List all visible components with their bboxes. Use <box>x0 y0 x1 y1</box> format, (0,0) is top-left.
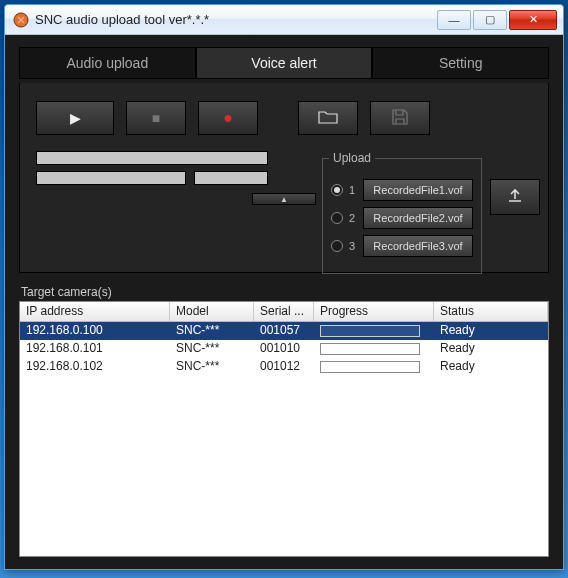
progress-bar-right[interactable] <box>194 171 268 185</box>
record-button[interactable]: ● <box>198 101 258 135</box>
table-row[interactable]: 192.168.0.101 SNC-*** 001010 Ready <box>20 340 548 358</box>
titlebar[interactable]: SNC audio upload tool ver*.*.* — ▢ ✕ <box>5 5 563 35</box>
tab-voice-alert[interactable]: Voice alert <box>196 47 373 79</box>
window-controls: — ▢ ✕ <box>437 10 557 30</box>
cell-serial: 001012 <box>254 358 314 376</box>
col-serial[interactable]: Serial ... <box>254 302 314 321</box>
row-progress-bar <box>320 361 420 373</box>
cell-progress <box>314 322 434 340</box>
upload-slot-1: 1 RecordedFile1.vof <box>331 179 473 201</box>
open-folder-button[interactable] <box>298 101 358 135</box>
tab-audio-upload[interactable]: Audio upload <box>19 47 196 79</box>
save-button[interactable] <box>370 101 430 135</box>
app-window: SNC audio upload tool ver*.*.* — ▢ ✕ Aud… <box>4 4 564 570</box>
client-area: Audio upload Voice alert Setting ▶ ■ ● <box>5 35 563 569</box>
save-icon <box>391 108 409 129</box>
row-progress-bar <box>320 343 420 355</box>
minimize-button[interactable]: — <box>437 10 471 30</box>
upload-radio-2[interactable] <box>331 212 343 224</box>
upload-group: Upload 1 RecordedFile1.vof 2 RecordedFil… <box>322 151 482 274</box>
chevron-up-icon: ▲ <box>280 195 288 204</box>
stop-button[interactable]: ■ <box>126 101 186 135</box>
table-row[interactable]: 192.168.0.100 SNC-*** 001057 Ready <box>20 322 548 340</box>
table-row[interactable]: 192.168.0.102 SNC-*** 001012 Ready <box>20 358 548 376</box>
tab-label: Audio upload <box>66 55 148 71</box>
tab-label: Setting <box>439 55 483 71</box>
upload-slot-2: 2 RecordedFile2.vof <box>331 207 473 229</box>
target-cameras-label: Target camera(s) <box>21 285 549 299</box>
cell-model: SNC-*** <box>170 340 254 358</box>
target-cameras-grid[interactable]: IP address Model Serial ... Progress Sta… <box>19 301 549 557</box>
folder-icon <box>318 109 338 128</box>
upload-num-2: 2 <box>349 212 357 224</box>
upload-slot-3: 3 RecordedFile3.vof <box>331 235 473 257</box>
upload-num-3: 3 <box>349 240 357 252</box>
voice-alert-panel: ▶ ■ ● <box>19 83 549 273</box>
cell-ip: 192.168.0.101 <box>20 340 170 358</box>
tab-bar: Audio upload Voice alert Setting <box>19 47 549 79</box>
tab-label: Voice alert <box>251 55 316 71</box>
progress-bar-main[interactable] <box>36 151 268 165</box>
grid-header: IP address Model Serial ... Progress Sta… <box>20 302 548 322</box>
record-icon: ● <box>223 109 233 127</box>
upload-radio-1[interactable] <box>331 184 343 196</box>
upload-file-label: RecordedFile2.vof <box>373 212 462 224</box>
cell-model: SNC-*** <box>170 322 254 340</box>
stop-icon: ■ <box>152 110 160 126</box>
col-model[interactable]: Model <box>170 302 254 321</box>
cell-model: SNC-*** <box>170 358 254 376</box>
cell-serial: 001010 <box>254 340 314 358</box>
cell-progress <box>314 340 434 358</box>
upload-file-button-1[interactable]: RecordedFile1.vof <box>363 179 473 201</box>
col-progress[interactable]: Progress <box>314 302 434 321</box>
progress-bar-left[interactable] <box>36 171 186 185</box>
play-icon: ▶ <box>70 110 81 126</box>
upload-file-label: RecordedFile3.vof <box>373 240 462 252</box>
window-title: SNC audio upload tool ver*.*.* <box>35 12 437 27</box>
upload-file-button-3[interactable]: RecordedFile3.vof <box>363 235 473 257</box>
transport-row: ▶ ■ ● <box>36 101 532 135</box>
cell-status: Ready <box>434 340 548 358</box>
col-ip[interactable]: IP address <box>20 302 170 321</box>
app-icon <box>13 12 29 28</box>
cell-serial: 001057 <box>254 322 314 340</box>
close-icon: ✕ <box>529 13 538 26</box>
upload-file-button-2[interactable]: RecordedFile2.vof <box>363 207 473 229</box>
upload-num-1: 1 <box>349 184 357 196</box>
close-button[interactable]: ✕ <box>509 10 557 30</box>
cell-status: Ready <box>434 322 548 340</box>
maximize-icon: ▢ <box>485 13 495 26</box>
upload-button[interactable] <box>490 179 540 215</box>
maximize-button[interactable]: ▢ <box>473 10 507 30</box>
upload-radio-3[interactable] <box>331 240 343 252</box>
cell-status: Ready <box>434 358 548 376</box>
tab-setting[interactable]: Setting <box>372 47 549 79</box>
grid-body: 192.168.0.100 SNC-*** 001057 Ready 192.1… <box>20 322 548 556</box>
upload-file-label: RecordedFile1.vof <box>373 184 462 196</box>
collapse-handle[interactable]: ▲ <box>252 193 316 205</box>
cell-ip: 192.168.0.102 <box>20 358 170 376</box>
cell-ip: 192.168.0.100 <box>20 322 170 340</box>
minimize-icon: — <box>449 14 460 26</box>
row-progress-bar <box>320 325 420 337</box>
cell-progress <box>314 358 434 376</box>
upload-icon <box>506 187 524 208</box>
upload-legend: Upload <box>329 151 375 165</box>
play-button[interactable]: ▶ <box>36 101 114 135</box>
col-status[interactable]: Status <box>434 302 548 321</box>
